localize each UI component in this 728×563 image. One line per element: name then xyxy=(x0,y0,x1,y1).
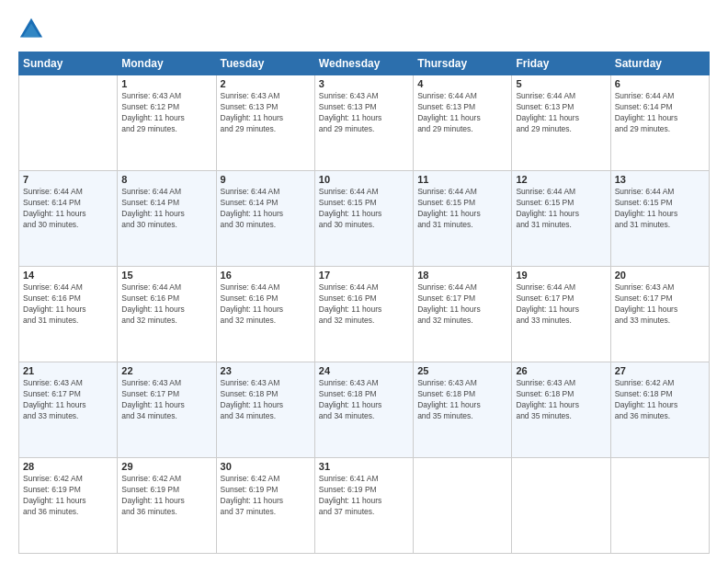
day-info: Sunrise: 6:43 AM Sunset: 6:18 PM Dayligh… xyxy=(417,378,507,422)
calendar-cell: 9Sunrise: 6:44 AM Sunset: 6:14 PM Daylig… xyxy=(216,171,314,267)
day-info: Sunrise: 6:43 AM Sunset: 6:12 PM Dayligh… xyxy=(121,91,211,135)
calendar-week-3: 14Sunrise: 6:44 AM Sunset: 6:16 PM Dayli… xyxy=(19,267,710,362)
day-info: Sunrise: 6:44 AM Sunset: 6:16 PM Dayligh… xyxy=(121,282,211,327)
calendar-cell xyxy=(512,458,610,554)
calendar-cell: 10Sunrise: 6:44 AM Sunset: 6:15 PM Dayli… xyxy=(314,171,413,267)
calendar-cell: 12Sunrise: 6:44 AM Sunset: 6:15 PM Dayli… xyxy=(512,171,610,267)
day-number: 14 xyxy=(23,270,113,281)
calendar-cell: 25Sunrise: 6:43 AM Sunset: 6:18 PM Dayli… xyxy=(414,362,512,458)
day-number: 26 xyxy=(516,365,606,376)
weekday-header-friday: Friday xyxy=(512,52,610,75)
calendar-cell: 17Sunrise: 6:44 AM Sunset: 6:16 PM Dayli… xyxy=(314,267,413,362)
day-number: 10 xyxy=(319,174,409,185)
weekday-header-saturday: Saturday xyxy=(610,52,709,75)
calendar-cell: 20Sunrise: 6:43 AM Sunset: 6:17 PM Dayli… xyxy=(610,267,709,362)
calendar-cell xyxy=(414,458,512,554)
day-info: Sunrise: 6:44 AM Sunset: 6:13 PM Dayligh… xyxy=(516,91,606,135)
day-info: Sunrise: 6:43 AM Sunset: 6:18 PM Dayligh… xyxy=(221,378,311,422)
calendar-cell: 30Sunrise: 6:42 AM Sunset: 6:19 PM Dayli… xyxy=(216,458,314,554)
day-info: Sunrise: 6:43 AM Sunset: 6:18 PM Dayligh… xyxy=(319,378,409,422)
calendar-cell: 1Sunrise: 6:43 AM Sunset: 6:12 PM Daylig… xyxy=(118,75,216,171)
weekday-header-tuesday: Tuesday xyxy=(216,52,314,75)
calendar-cell: 29Sunrise: 6:42 AM Sunset: 6:19 PM Dayli… xyxy=(118,458,216,554)
day-number: 29 xyxy=(121,461,211,472)
page: SundayMondayTuesdayWednesdayThursdayFrid… xyxy=(0,0,728,563)
calendar-cell: 19Sunrise: 6:44 AM Sunset: 6:17 PM Dayli… xyxy=(512,267,610,362)
day-info: Sunrise: 6:43 AM Sunset: 6:17 PM Dayligh… xyxy=(121,378,211,422)
calendar-week-5: 28Sunrise: 6:42 AM Sunset: 6:19 PM Dayli… xyxy=(19,458,710,554)
calendar-cell: 5Sunrise: 6:44 AM Sunset: 6:13 PM Daylig… xyxy=(512,75,610,171)
day-info: Sunrise: 6:44 AM Sunset: 6:14 PM Dayligh… xyxy=(121,187,211,231)
day-number: 2 xyxy=(221,78,311,89)
day-info: Sunrise: 6:44 AM Sunset: 6:15 PM Dayligh… xyxy=(615,187,705,231)
day-info: Sunrise: 6:44 AM Sunset: 6:16 PM Dayligh… xyxy=(319,282,409,327)
day-number: 8 xyxy=(121,174,211,185)
day-info: Sunrise: 6:42 AM Sunset: 6:19 PM Dayligh… xyxy=(23,474,113,518)
day-info: Sunrise: 6:43 AM Sunset: 6:17 PM Dayligh… xyxy=(23,378,113,422)
day-number: 23 xyxy=(221,365,311,376)
calendar-cell xyxy=(610,458,709,554)
weekday-header-thursday: Thursday xyxy=(414,52,512,75)
calendar-cell: 13Sunrise: 6:44 AM Sunset: 6:15 PM Dayli… xyxy=(610,171,709,267)
calendar-cell: 24Sunrise: 6:43 AM Sunset: 6:18 PM Dayli… xyxy=(314,362,413,458)
day-number: 12 xyxy=(516,174,606,185)
calendar-cell: 4Sunrise: 6:44 AM Sunset: 6:13 PM Daylig… xyxy=(414,75,512,171)
day-info: Sunrise: 6:42 AM Sunset: 6:18 PM Dayligh… xyxy=(615,378,705,422)
logo xyxy=(18,17,48,42)
day-number: 15 xyxy=(121,270,211,281)
calendar-cell: 14Sunrise: 6:44 AM Sunset: 6:16 PM Dayli… xyxy=(19,267,118,362)
day-info: Sunrise: 6:43 AM Sunset: 6:13 PM Dayligh… xyxy=(221,91,311,135)
calendar-cell: 18Sunrise: 6:44 AM Sunset: 6:17 PM Dayli… xyxy=(414,267,512,362)
calendar-cell: 6Sunrise: 6:44 AM Sunset: 6:14 PM Daylig… xyxy=(610,75,709,171)
calendar-cell: 21Sunrise: 6:43 AM Sunset: 6:17 PM Dayli… xyxy=(19,362,118,458)
calendar-cell xyxy=(19,75,118,171)
day-info: Sunrise: 6:44 AM Sunset: 6:14 PM Dayligh… xyxy=(615,91,705,135)
weekday-header-monday: Monday xyxy=(118,52,216,75)
day-info: Sunrise: 6:44 AM Sunset: 6:14 PM Dayligh… xyxy=(23,187,113,231)
calendar-cell: 27Sunrise: 6:42 AM Sunset: 6:18 PM Dayli… xyxy=(610,362,709,458)
day-info: Sunrise: 6:43 AM Sunset: 6:17 PM Dayligh… xyxy=(615,282,705,327)
calendar-cell: 31Sunrise: 6:41 AM Sunset: 6:19 PM Dayli… xyxy=(314,458,413,554)
day-number: 9 xyxy=(221,174,311,185)
day-number: 17 xyxy=(319,270,409,281)
day-number: 5 xyxy=(516,78,606,89)
calendar-cell: 8Sunrise: 6:44 AM Sunset: 6:14 PM Daylig… xyxy=(118,171,216,267)
day-info: Sunrise: 6:43 AM Sunset: 6:18 PM Dayligh… xyxy=(516,378,606,422)
calendar-cell: 2Sunrise: 6:43 AM Sunset: 6:13 PM Daylig… xyxy=(216,75,314,171)
day-number: 6 xyxy=(615,78,705,89)
day-info: Sunrise: 6:41 AM Sunset: 6:19 PM Dayligh… xyxy=(319,474,409,518)
day-info: Sunrise: 6:44 AM Sunset: 6:16 PM Dayligh… xyxy=(221,282,311,327)
logo-icon xyxy=(18,17,44,42)
day-number: 19 xyxy=(516,270,606,281)
day-number: 31 xyxy=(319,461,409,472)
calendar-cell: 28Sunrise: 6:42 AM Sunset: 6:19 PM Dayli… xyxy=(19,458,118,554)
day-number: 16 xyxy=(221,270,311,281)
day-number: 7 xyxy=(23,174,113,185)
day-number: 1 xyxy=(121,78,211,89)
calendar-cell: 26Sunrise: 6:43 AM Sunset: 6:18 PM Dayli… xyxy=(512,362,610,458)
weekday-header-wednesday: Wednesday xyxy=(314,52,413,75)
calendar-week-1: 1Sunrise: 6:43 AM Sunset: 6:12 PM Daylig… xyxy=(19,75,710,171)
calendar-cell: 11Sunrise: 6:44 AM Sunset: 6:15 PM Dayli… xyxy=(414,171,512,267)
day-info: Sunrise: 6:44 AM Sunset: 6:17 PM Dayligh… xyxy=(516,282,606,327)
day-info: Sunrise: 6:43 AM Sunset: 6:13 PM Dayligh… xyxy=(319,91,409,135)
calendar-cell: 23Sunrise: 6:43 AM Sunset: 6:18 PM Dayli… xyxy=(216,362,314,458)
day-number: 13 xyxy=(615,174,705,185)
day-info: Sunrise: 6:42 AM Sunset: 6:19 PM Dayligh… xyxy=(121,474,211,518)
day-info: Sunrise: 6:42 AM Sunset: 6:19 PM Dayligh… xyxy=(221,474,311,518)
calendar-cell: 16Sunrise: 6:44 AM Sunset: 6:16 PM Dayli… xyxy=(216,267,314,362)
day-info: Sunrise: 6:44 AM Sunset: 6:16 PM Dayligh… xyxy=(23,282,113,327)
calendar-cell: 3Sunrise: 6:43 AM Sunset: 6:13 PM Daylig… xyxy=(314,75,413,171)
day-number: 22 xyxy=(121,365,211,376)
weekday-header-row: SundayMondayTuesdayWednesdayThursdayFrid… xyxy=(19,52,710,75)
day-number: 25 xyxy=(417,365,507,376)
day-info: Sunrise: 6:44 AM Sunset: 6:17 PM Dayligh… xyxy=(417,282,507,327)
day-number: 27 xyxy=(615,365,705,376)
day-info: Sunrise: 6:44 AM Sunset: 6:13 PM Dayligh… xyxy=(417,91,507,135)
calendar-cell: 22Sunrise: 6:43 AM Sunset: 6:17 PM Dayli… xyxy=(118,362,216,458)
day-number: 3 xyxy=(319,78,409,89)
day-number: 21 xyxy=(23,365,113,376)
day-number: 24 xyxy=(319,365,409,376)
day-info: Sunrise: 6:44 AM Sunset: 6:14 PM Dayligh… xyxy=(221,187,311,231)
day-info: Sunrise: 6:44 AM Sunset: 6:15 PM Dayligh… xyxy=(417,187,507,231)
